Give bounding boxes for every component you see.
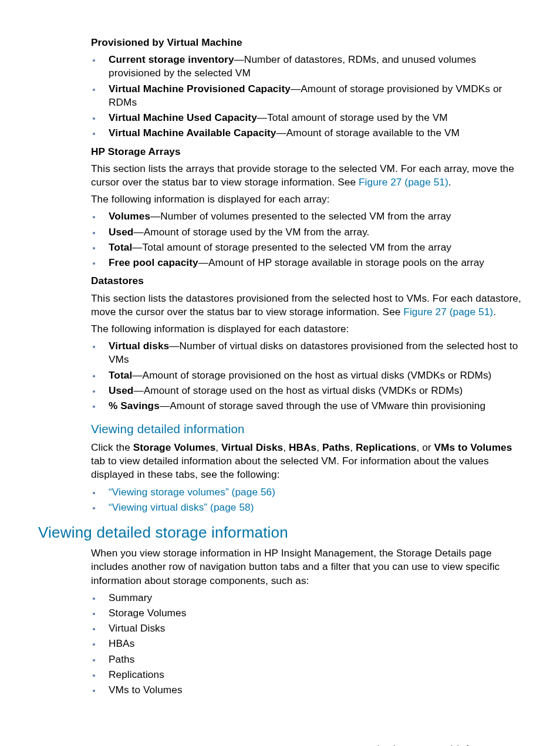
list-item: % Savings—Amount of storage saved throug… <box>102 399 525 413</box>
list-item: Virtual Machine Used Capacity—Total amou… <box>102 111 525 124</box>
figure-27-link[interactable]: Figure 27 (page 51) <box>403 306 493 318</box>
term: Total <box>109 241 132 253</box>
desc: —Amount of storage provisioned on the ho… <box>132 369 491 381</box>
desc: —Number of volumes presented to the sele… <box>150 210 451 222</box>
term: Current storage inventory <box>109 53 234 65</box>
desc: —Amount of HP storage available in stora… <box>198 256 484 268</box>
paragraph: This section lists the arrays that provi… <box>91 162 525 189</box>
list-item: “Viewing virtual disks” (page 58) <box>102 501 525 514</box>
list-provisioned-vm: Current storage inventory—Number of data… <box>91 53 525 140</box>
text: , <box>215 441 221 453</box>
list-item: “Viewing storage volumes” (page 56) <box>102 485 525 499</box>
list-item: VMs to Volumes <box>102 683 525 697</box>
tab-name: Virtual Disks <box>221 441 283 453</box>
term: Total <box>109 369 132 381</box>
desc: —Number of virtual disks on datastores p… <box>109 340 518 365</box>
list-item: Free pool capacity—Amount of HP storage … <box>102 256 525 269</box>
list-item: Virtual Disks <box>102 622 525 635</box>
heading-hp-arrays: HP Storage Arrays <box>91 145 525 158</box>
list-item: Virtual Machine Provisioned Capacity—Amo… <box>102 82 525 109</box>
text: , <box>283 441 289 453</box>
tab-name: HBAs <box>289 441 316 453</box>
list-item: HBAs <box>102 637 525 650</box>
paragraph: The following information is displayed f… <box>91 322 525 336</box>
text: , <box>316 441 322 453</box>
term: Virtual Machine Available Capacity <box>109 127 276 139</box>
list-item: Total—Total amount of storage presented … <box>102 241 525 254</box>
term: Used <box>109 226 133 238</box>
list-item: Storage Volumes <box>102 606 525 620</box>
tab-name: Paths <box>322 441 350 453</box>
heading-provisioned-vm: Provisioned by Virtual Machine <box>91 36 525 49</box>
desc: —Amount of storage saved through the use… <box>160 400 485 411</box>
list-datastores: Virtual disks—Number of virtual disks on… <box>91 339 525 413</box>
list-item: Summary <box>102 591 525 605</box>
text: tab to view detailed information about t… <box>91 455 489 480</box>
paragraph: The following information is displayed f… <box>91 193 525 206</box>
term: Volumes <box>109 210 150 222</box>
viewing-virtual-disks-link[interactable]: “Viewing virtual disks” (page 58) <box>109 501 254 513</box>
tab-name: VMs to Volumes <box>434 441 512 453</box>
text: . <box>493 306 496 318</box>
text: , or <box>416 441 434 453</box>
desc: —Amount of storage used on the host as v… <box>133 384 463 396</box>
page: Provisioned by Virtual Machine Current s… <box>0 0 560 746</box>
tab-name: Storage Volumes <box>133 441 216 453</box>
desc: —Amount of storage used by the VM from t… <box>133 226 369 238</box>
list-item: Total—Amount of storage provisioned on t… <box>102 369 525 382</box>
text: , <box>350 441 356 453</box>
term: Free pool capacity <box>109 256 198 268</box>
list-item: Volumes—Number of volumes presented to t… <box>102 210 525 223</box>
desc: —Amount of storage available to the VM <box>276 127 460 139</box>
list-item: Current storage inventory—Number of data… <box>102 53 525 80</box>
term: Used <box>109 384 133 396</box>
tab-name: Replications <box>356 441 416 453</box>
text: . <box>448 176 451 188</box>
list-item: Used—Amount of storage used by the VM fr… <box>102 225 525 239</box>
viewing-storage-volumes-link[interactable]: “Viewing storage volumes” (page 56) <box>109 486 275 498</box>
figure-27-link[interactable]: Figure 27 (page 51) <box>359 176 448 188</box>
heading-datastores: Datastores <box>91 274 525 288</box>
paragraph: This section lists the datastores provis… <box>91 292 525 319</box>
paragraph: When you view storage information in HP … <box>91 546 525 588</box>
term: % Savings <box>109 400 160 411</box>
term: Virtual disks <box>109 340 169 352</box>
content-block: Provisioned by Virtual Machine Current s… <box>91 36 525 697</box>
text: Click the <box>91 441 133 453</box>
term: Virtual Machine Provisioned Capacity <box>109 83 291 94</box>
list-links: “Viewing storage volumes” (page 56) “Vie… <box>91 485 525 514</box>
desc: —Total amount of storage used by the VM <box>257 112 448 123</box>
list-item: Virtual Machine Available Capacity—Amoun… <box>102 126 525 140</box>
heading-viewing-detailed-storage: Viewing detailed storage information <box>38 522 525 543</box>
desc: —Total amount of storage presented to th… <box>132 241 451 253</box>
list-item: Used—Amount of storage used on the host … <box>102 384 525 397</box>
list-storage-components: Summary Storage Volumes Virtual Disks HB… <box>91 591 525 697</box>
term: Virtual Machine Used Capacity <box>109 112 257 123</box>
list-hp-arrays: Volumes—Number of volumes presented to t… <box>91 210 525 269</box>
list-item: Paths <box>102 653 525 666</box>
page-footer: Using the Storage Module for vCenter 55 <box>38 744 525 746</box>
list-item: Virtual disks—Number of virtual disks on… <box>102 339 525 366</box>
heading-viewing-detailed-info: Viewing detailed information <box>91 421 525 437</box>
list-item: Replications <box>102 668 525 681</box>
paragraph: Click the Storage Volumes, Virtual Disks… <box>91 441 525 482</box>
